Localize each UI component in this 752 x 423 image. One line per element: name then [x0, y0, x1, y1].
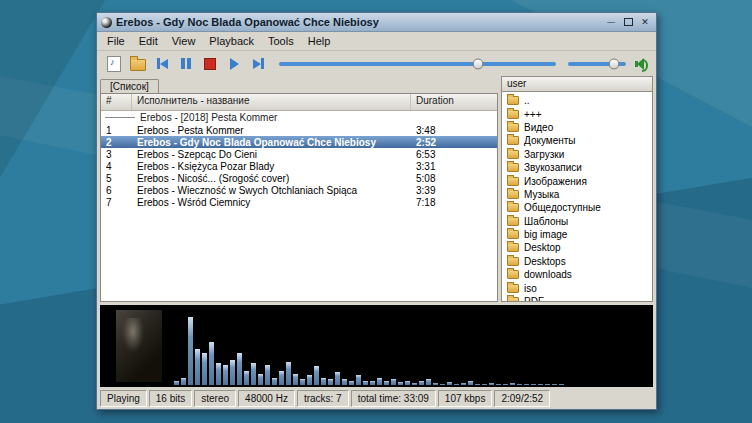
player-window: Erebos - Gdy Noc Blada Opanować Chce Nie…	[96, 12, 657, 410]
track-row[interactable]: 1Erebos - Pesta Kommer3:48	[101, 124, 497, 136]
file-item[interactable]: ..	[502, 94, 652, 107]
add-folder-icon	[130, 59, 146, 71]
track-number: 2	[101, 137, 132, 148]
track-row[interactable]: 6Erebos - Wieczność w Swych Otchlaniach …	[101, 184, 497, 196]
spectrum-bar	[482, 384, 487, 385]
play-button[interactable]	[223, 53, 245, 74]
spectrum-bar	[475, 384, 480, 385]
file-item[interactable]: iso	[502, 281, 652, 294]
spectrum-bar	[559, 384, 564, 385]
spectrum-bar	[398, 382, 403, 385]
toolbar	[97, 51, 656, 76]
next-track-button[interactable]	[247, 53, 269, 74]
file-item[interactable]: Desktops	[502, 255, 652, 268]
spectrum-bar	[391, 379, 396, 385]
menu-view[interactable]: View	[165, 34, 203, 48]
track-row[interactable]: 4Erebos - Księżyca Pozar Blady3:31	[101, 160, 497, 172]
column-header-1[interactable]: Исполнитель - название	[132, 94, 411, 110]
minimize-button[interactable]	[604, 16, 618, 28]
open-file-button[interactable]	[103, 53, 125, 74]
maximize-button[interactable]	[621, 16, 635, 28]
spectrum-bar	[174, 381, 179, 385]
spectrum-bar	[356, 375, 361, 385]
spectrum-bar	[545, 384, 550, 385]
file-item-label: PDF	[524, 296, 544, 302]
file-item[interactable]: +++	[502, 107, 652, 120]
playlist-tab[interactable]: [Список]	[100, 79, 159, 93]
folder-icon	[507, 230, 519, 239]
menu-playback[interactable]: Playback	[202, 34, 261, 48]
playlist-tab-row: [Список]	[100, 76, 498, 93]
file-browser-path[interactable]: user	[501, 76, 653, 92]
menu-tools[interactable]: Tools	[261, 34, 301, 48]
next-icon	[253, 58, 264, 69]
column-header-2[interactable]: Duration	[411, 94, 497, 110]
folder-icon	[507, 190, 519, 199]
spectrum-bar	[314, 366, 319, 385]
file-item-label: Загрузки	[524, 149, 564, 160]
menu-bar: FileEditViewPlaybackToolsHelp	[97, 32, 656, 51]
menu-file[interactable]: File	[100, 34, 132, 48]
track-row[interactable]: 3Erebos - Szepcąc Do Cieni6:53	[101, 148, 497, 160]
previous-track-button[interactable]	[151, 53, 173, 74]
titlebar[interactable]: Erebos - Gdy Noc Blada Opanować Chce Nie…	[97, 13, 656, 32]
track-title: Erebos - Nicość... (Srogość cover)	[132, 173, 411, 184]
file-item[interactable]: Видео	[502, 121, 652, 134]
track-duration: 5:08	[411, 173, 497, 184]
track-title: Erebos - Księżyca Pozar Blady	[132, 161, 411, 172]
status-segment: stereo	[194, 390, 236, 407]
folder-icon	[507, 203, 519, 212]
main-area: [Список] #Исполнитель - названиеDuration…	[97, 76, 656, 302]
track-row[interactable]: 5Erebos - Nicość... (Srogość cover)5:08	[101, 172, 497, 184]
file-item[interactable]: downloads	[502, 268, 652, 281]
file-item[interactable]: big image	[502, 228, 652, 241]
file-item[interactable]: Музыка	[502, 188, 652, 201]
pause-button[interactable]	[175, 53, 197, 74]
file-item[interactable]: Документы	[502, 134, 652, 147]
close-button[interactable]	[638, 16, 652, 28]
spectrum-bar	[244, 371, 249, 385]
file-item[interactable]: Общедоступные	[502, 201, 652, 214]
file-item[interactable]: Шаблоны	[502, 215, 652, 228]
file-item[interactable]: Desktop	[502, 241, 652, 254]
file-item[interactable]: Изображения	[502, 174, 652, 187]
track-row[interactable]: 7Erebos - Wśród Ciemnicy7:18	[101, 196, 497, 208]
album-art	[116, 310, 162, 382]
stop-button[interactable]	[199, 53, 221, 74]
volume-slider[interactable]	[568, 62, 626, 66]
track-row[interactable]: 2Erebos - Gdy Noc Blada Opanować Chce Ni…	[101, 136, 497, 148]
track-number: 3	[101, 149, 132, 160]
seek-slider[interactable]	[279, 62, 556, 66]
spectrum-analyzer	[174, 305, 653, 387]
seek-handle[interactable]	[473, 58, 484, 69]
file-item[interactable]: PDF	[502, 295, 652, 302]
status-segment: 16 bits	[149, 390, 192, 407]
folder-icon	[507, 150, 519, 159]
track-duration: 3:31	[411, 161, 497, 172]
spectrum-bar	[440, 384, 445, 385]
file-item[interactable]: Звукозаписи	[502, 161, 652, 174]
volume-handle[interactable]	[609, 58, 620, 69]
menu-edit[interactable]: Edit	[132, 34, 165, 48]
track-duration: 7:18	[411, 197, 497, 208]
track-number: 4	[101, 161, 132, 172]
folder-icon	[507, 96, 519, 105]
spectrum-bar	[307, 375, 312, 385]
column-header-0[interactable]: #	[101, 94, 132, 110]
menu-help[interactable]: Help	[301, 34, 338, 48]
play-icon	[230, 58, 239, 70]
spectrum-bar	[216, 363, 221, 385]
file-browser: user ..+++ВидеоДокументыЗагрузкиЗвукозап…	[501, 76, 653, 302]
file-item-label: Desktop	[524, 242, 561, 253]
track-title: Erebos - Pesta Kommer	[132, 125, 411, 136]
folder-icon	[507, 123, 519, 132]
file-item[interactable]: Загрузки	[502, 148, 652, 161]
spectrum-bar	[461, 383, 466, 385]
window-controls	[604, 16, 652, 28]
spectrum-bar	[237, 353, 242, 385]
spectrum-bar	[524, 384, 529, 385]
add-folder-button[interactable]	[127, 53, 149, 74]
spectrum-bar	[496, 384, 501, 385]
status-segment: tracks: 7	[297, 390, 349, 407]
spectrum-bar	[223, 365, 228, 385]
